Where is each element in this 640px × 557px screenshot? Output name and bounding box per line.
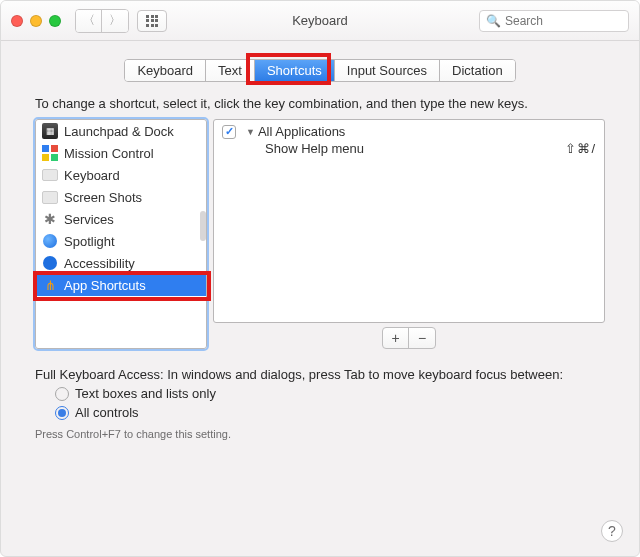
add-remove-bar: + − xyxy=(213,327,605,349)
nav-back-forward: 〈 〉 xyxy=(75,9,129,33)
full-keyboard-access-heading: Full Keyboard Access: In windows and dia… xyxy=(35,367,605,382)
content-area: To change a shortcut, select it, click t… xyxy=(1,82,639,349)
plus-icon: + xyxy=(391,330,399,346)
chevron-right-icon: 〉 xyxy=(109,12,121,29)
services-icon: ✱ xyxy=(42,211,58,227)
app-shortcuts-icon: ⋔ xyxy=(42,277,58,293)
spotlight-icon xyxy=(42,233,58,249)
radio-text-boxes-only[interactable]: Text boxes and lists only xyxy=(55,386,605,401)
category-label: Launchpad & Dock xyxy=(64,124,174,139)
category-label: Accessibility xyxy=(64,256,135,271)
forward-button[interactable]: 〉 xyxy=(102,10,128,32)
shortcut-key-combo[interactable]: ⇧⌘/ xyxy=(565,141,596,156)
category-mission-control[interactable]: Mission Control xyxy=(36,142,206,164)
full-keyboard-access-section: Full Keyboard Access: In windows and dia… xyxy=(1,349,639,440)
shortcut-detail-list[interactable]: ✓ ▼ All Applications Show Help menu ⇧⌘/ xyxy=(213,119,605,323)
mission-control-icon xyxy=(42,145,58,161)
instruction-text: To change a shortcut, select it, click t… xyxy=(35,96,605,111)
remove-shortcut-button[interactable]: − xyxy=(409,328,435,348)
minus-icon: − xyxy=(418,330,426,346)
segmented-control: Keyboard Text Shortcuts Input Sources Di… xyxy=(124,59,515,82)
search-input[interactable] xyxy=(505,14,622,28)
radio-all-controls[interactable]: All controls xyxy=(55,405,605,420)
category-label: Services xyxy=(64,212,114,227)
category-list[interactable]: ▦Launchpad & Dock Mission Control Keyboa… xyxy=(35,119,207,349)
category-label: Screen Shots xyxy=(64,190,142,205)
category-services[interactable]: ✱Services xyxy=(36,208,206,230)
search-field-wrap[interactable]: 🔍 xyxy=(479,10,629,32)
accessibility-icon xyxy=(42,255,58,271)
launchpad-icon: ▦ xyxy=(42,123,58,139)
tab-text[interactable]: Text xyxy=(206,60,255,81)
footer-note: Press Control+F7 to change this setting. xyxy=(35,428,605,440)
titlebar: 〈 〉 Keyboard 🔍 xyxy=(1,1,639,41)
add-shortcut-button[interactable]: + xyxy=(383,328,409,348)
category-launchpad-dock[interactable]: ▦Launchpad & Dock xyxy=(36,120,206,142)
category-accessibility[interactable]: Accessibility xyxy=(36,252,206,274)
keyboard-icon xyxy=(42,167,58,183)
category-label: App Shortcuts xyxy=(64,278,146,293)
close-window-button[interactable] xyxy=(11,15,23,27)
tab-dictation[interactable]: Dictation xyxy=(440,60,515,81)
category-label: Mission Control xyxy=(64,146,154,161)
scroll-thumb[interactable] xyxy=(200,211,206,241)
disclosure-triangle-icon[interactable]: ▼ xyxy=(246,127,255,137)
show-all-prefs-button[interactable] xyxy=(137,10,167,32)
radio-label: All controls xyxy=(75,405,139,420)
checkbox-all-applications[interactable]: ✓ xyxy=(222,125,236,139)
category-screen-shots[interactable]: Screen Shots xyxy=(36,186,206,208)
window-controls xyxy=(11,15,61,27)
zoom-window-button[interactable] xyxy=(49,15,61,27)
columns: ▦Launchpad & Dock Mission Control Keyboa… xyxy=(35,119,605,349)
group-all-applications[interactable]: ✓ ▼ All Applications xyxy=(222,124,596,139)
back-button[interactable]: 〈 xyxy=(76,10,102,32)
minimize-window-button[interactable] xyxy=(30,15,42,27)
category-label: Keyboard xyxy=(64,168,120,183)
tab-keyboard[interactable]: Keyboard xyxy=(125,60,206,81)
keyboard-prefs-window: 〈 〉 Keyboard 🔍 Keyboard Text Shortcuts I… xyxy=(0,0,640,557)
category-label: Spotlight xyxy=(64,234,115,249)
radio-label: Text boxes and lists only xyxy=(75,386,216,401)
tab-shortcuts[interactable]: Shortcuts xyxy=(255,60,335,81)
radio-icon xyxy=(55,406,69,420)
radio-icon xyxy=(55,387,69,401)
chevron-left-icon: 〈 xyxy=(83,12,95,29)
help-icon: ? xyxy=(608,523,616,539)
group-label: All Applications xyxy=(258,124,345,139)
help-button[interactable]: ? xyxy=(601,520,623,542)
category-app-shortcuts[interactable]: ⋔App Shortcuts xyxy=(36,274,206,296)
category-keyboard[interactable]: Keyboard xyxy=(36,164,206,186)
shortcut-row-show-help-menu[interactable]: Show Help menu ⇧⌘/ xyxy=(222,139,596,158)
grid-icon xyxy=(146,15,158,27)
shortcut-label: Show Help menu xyxy=(265,141,364,156)
search-icon: 🔍 xyxy=(486,14,501,28)
tab-bar: Keyboard Text Shortcuts Input Sources Di… xyxy=(1,59,639,82)
category-spotlight[interactable]: Spotlight xyxy=(36,230,206,252)
tab-input-sources[interactable]: Input Sources xyxy=(335,60,440,81)
screenshot-icon xyxy=(42,189,58,205)
